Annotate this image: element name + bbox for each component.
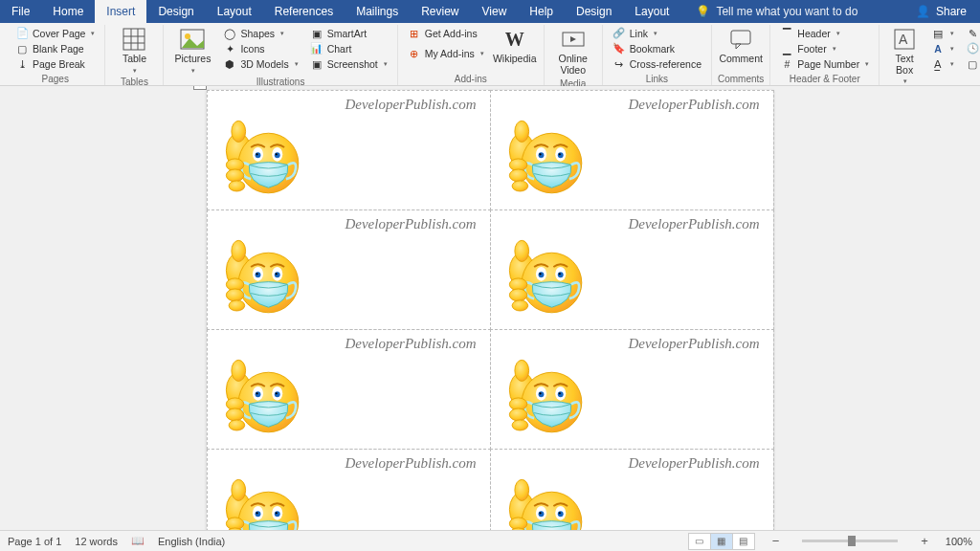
- svg-point-78: [539, 392, 541, 394]
- tab-review[interactable]: Review: [410, 0, 470, 23]
- blank-page-icon: ▢: [15, 42, 29, 55]
- table-cell[interactable]: DeveloperPublish.com: [207, 329, 491, 450]
- language-indicator[interactable]: English (India): [158, 536, 225, 547]
- text-box-button[interactable]: A Text Box▾: [885, 25, 924, 87]
- group-label-headerfooter: Header & Footer: [790, 73, 860, 85]
- table-cell[interactable]: DeveloperPublish.com: [207, 90, 491, 210]
- shapes-button[interactable]: ◯Shapes▾: [219, 26, 301, 40]
- cross-reference-button[interactable]: ↪Cross-reference: [609, 56, 705, 71]
- table-button[interactable]: Table▾: [111, 25, 157, 76]
- table-cell[interactable]: DeveloperPublish.com: [490, 90, 774, 210]
- wordart-button[interactable]: A▾: [927, 41, 958, 55]
- svg-point-21: [275, 153, 277, 155]
- comment-button[interactable]: Comment: [718, 25, 764, 67]
- svg-point-20: [274, 152, 279, 158]
- bookmark-button[interactable]: 🔖Bookmark: [609, 41, 705, 55]
- svg-rect-9: [731, 31, 750, 44]
- word-count[interactable]: 12 words: [75, 536, 118, 547]
- document-canvas[interactable]: ✥ DeveloperPublish.com DeveloperPublish.…: [0, 86, 980, 530]
- group-comments: Comment Comments: [712, 25, 770, 85]
- tab-references[interactable]: References: [263, 0, 345, 23]
- wikipedia-button[interactable]: W Wikipedia: [492, 25, 538, 67]
- pictures-button[interactable]: Pictures▾: [169, 25, 215, 76]
- tab-table-layout[interactable]: Layout: [623, 0, 680, 23]
- link-button[interactable]: 🔗Link▾: [609, 26, 705, 40]
- tell-me-search[interactable]: 💡 Tell me what you want to do: [696, 0, 858, 23]
- watermark-text: DeveloperPublish.com: [628, 455, 759, 472]
- table-cell[interactable]: DeveloperPublish.com: [490, 329, 774, 450]
- online-video-button[interactable]: Online Video: [550, 25, 596, 77]
- tab-insert[interactable]: Insert: [95, 0, 146, 23]
- svg-point-72: [229, 419, 245, 430]
- table-cell[interactable]: DeveloperPublish.com: [207, 209, 491, 330]
- screenshot-button[interactable]: ▣Screenshot▾: [306, 56, 391, 71]
- pagenum-icon: #: [780, 57, 793, 71]
- quick-parts-button[interactable]: ▤▾: [927, 26, 958, 40]
- object-button[interactable]: ▢▾: [962, 56, 980, 71]
- tab-layout[interactable]: Layout: [206, 0, 263, 23]
- table-cell[interactable]: DeveloperPublish.com: [490, 209, 774, 330]
- icons-button[interactable]: ✦Icons: [219, 41, 301, 55]
- zoom-level[interactable]: 100%: [946, 536, 972, 547]
- 3d-models-button[interactable]: ⬢3D Models▾: [219, 56, 301, 71]
- my-addins-button[interactable]: ⊕My Add-ins▾: [404, 46, 488, 60]
- date-time-button[interactable]: 🕓: [962, 41, 980, 55]
- table-move-handle[interactable]: ✥: [193, 86, 207, 90]
- svg-point-102: [539, 512, 541, 514]
- bookmark-icon: 🔖: [612, 42, 626, 55]
- svg-point-36: [512, 180, 528, 190]
- tab-home[interactable]: Home: [41, 0, 95, 23]
- emoji-image: [219, 114, 307, 202]
- get-addins-button[interactable]: ⊞Get Add-ins: [404, 26, 488, 40]
- svg-point-23: [226, 168, 243, 181]
- tab-design[interactable]: Design: [146, 0, 205, 23]
- header-button[interactable]: ▔Header▾: [776, 26, 873, 40]
- table-icon: [122, 27, 146, 52]
- table-cell[interactable]: DeveloperPublish.com: [490, 449, 774, 531]
- blank-page-button[interactable]: ▢Blank Page: [11, 41, 99, 55]
- zoom-in-button[interactable]: +: [917, 534, 932, 548]
- svg-point-6: [185, 33, 190, 39]
- emoji-image: [219, 473, 307, 531]
- group-tables: Table▾ Tables: [105, 25, 164, 85]
- page-indicator[interactable]: Page 1 of 1: [8, 536, 61, 547]
- status-bar: Page 1 of 1 12 words 📖 English (India) ▭…: [0, 530, 980, 551]
- tab-table-design[interactable]: Design: [565, 0, 623, 23]
- page: ✥ DeveloperPublish.com DeveloperPublish.…: [207, 90, 773, 530]
- svg-marker-8: [570, 36, 576, 42]
- crossref-icon: ↪: [612, 57, 626, 71]
- page-number-button[interactable]: #Page Number▾: [776, 56, 873, 71]
- signature-icon: ✎: [966, 27, 979, 40]
- signature-line-button[interactable]: ✎▾: [962, 26, 980, 40]
- cover-page-button[interactable]: 📄Cover Page▾: [11, 26, 99, 40]
- table-cell[interactable]: DeveloperPublish.com: [207, 449, 491, 531]
- wikipedia-icon: W: [502, 27, 527, 52]
- watermark-text: DeveloperPublish.com: [345, 216, 476, 232]
- drop-cap-button[interactable]: A̲▾: [927, 56, 958, 71]
- chart-button[interactable]: 📊Chart: [306, 41, 391, 55]
- svg-point-86: [231, 479, 245, 500]
- svg-point-47: [226, 288, 243, 300]
- zoom-slider[interactable]: [802, 540, 898, 542]
- spellcheck-icon[interactable]: 📖: [131, 535, 145, 547]
- tab-view[interactable]: View: [471, 0, 519, 23]
- tab-file[interactable]: File: [0, 0, 41, 23]
- footer-button[interactable]: ▁Footer▾: [776, 41, 873, 55]
- share-button[interactable]: 👤 Share: [902, 0, 980, 23]
- footer-icon: ▁: [780, 42, 793, 55]
- tab-mailings[interactable]: Mailings: [345, 0, 410, 23]
- header-icon: ▔: [780, 27, 793, 40]
- zoom-thumb[interactable]: [848, 536, 856, 546]
- emoji-image: [502, 353, 590, 441]
- page-break-button[interactable]: ⤓Page Break: [11, 56, 99, 71]
- print-layout-button[interactable]: ▦: [710, 533, 733, 550]
- smartart-button[interactable]: ▣SmartArt: [306, 26, 391, 40]
- group-label-links: Links: [646, 73, 668, 85]
- read-mode-button[interactable]: ▭: [688, 533, 711, 550]
- web-layout-button[interactable]: ▤: [732, 533, 755, 550]
- svg-point-69: [275, 392, 277, 394]
- wordart-icon: A: [931, 42, 945, 55]
- quickparts-icon: ▤: [931, 27, 945, 40]
- tab-help[interactable]: Help: [518, 0, 565, 23]
- zoom-out-button[interactable]: −: [768, 534, 784, 548]
